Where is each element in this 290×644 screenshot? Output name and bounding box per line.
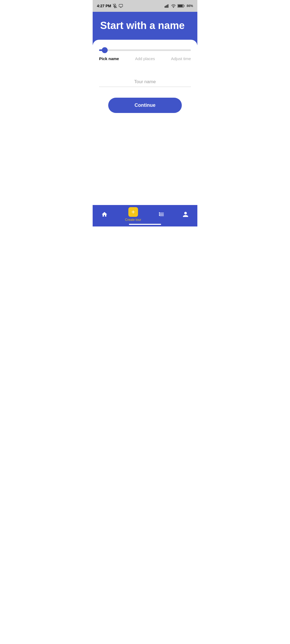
step-adjust-time: Adjust time bbox=[171, 56, 191, 61]
continue-button[interactable]: Continue bbox=[108, 98, 182, 113]
svg-point-10 bbox=[173, 7, 174, 8]
main-card: Pick name Add places Adjust time Continu… bbox=[93, 40, 197, 120]
svg-rect-7 bbox=[166, 6, 166, 8]
svg-rect-8 bbox=[166, 5, 167, 8]
page-title: Start with a name bbox=[100, 20, 190, 32]
signal-icon bbox=[165, 4, 169, 8]
plus-icon bbox=[130, 209, 136, 215]
svg-rect-6 bbox=[165, 6, 165, 8]
battery-text: 86% bbox=[187, 4, 193, 8]
create-tour-label: Create tour bbox=[125, 218, 141, 222]
svg-rect-14 bbox=[159, 212, 160, 213]
create-tour-icon bbox=[128, 207, 138, 217]
tour-name-input[interactable] bbox=[99, 77, 191, 87]
status-right: 86% bbox=[165, 4, 193, 8]
step-add-places: Add places bbox=[135, 56, 155, 61]
nav-create-tour[interactable]: Create tour bbox=[125, 207, 141, 222]
status-left: 4:27 PM bbox=[97, 4, 123, 8]
svg-rect-3 bbox=[119, 4, 122, 7]
home-icon bbox=[101, 211, 108, 218]
progress-thumb bbox=[102, 47, 108, 53]
svg-rect-9 bbox=[168, 4, 168, 8]
input-section bbox=[99, 77, 191, 87]
svg-rect-12 bbox=[184, 5, 184, 7]
wifi-icon bbox=[171, 4, 176, 8]
svg-rect-13 bbox=[178, 5, 183, 7]
progress-track bbox=[99, 49, 191, 51]
progress-container bbox=[99, 49, 191, 51]
step-pick-name: Pick name bbox=[99, 56, 119, 61]
bottom-nav: Create tour bbox=[93, 205, 197, 226]
nav-profile[interactable] bbox=[182, 211, 189, 218]
battery-icon bbox=[177, 4, 185, 8]
home-indicator bbox=[129, 224, 161, 225]
profile-icon bbox=[182, 211, 189, 218]
step-labels: Pick name Add places Adjust time bbox=[99, 56, 191, 61]
screen-icon bbox=[119, 4, 123, 8]
nav-home[interactable] bbox=[101, 211, 108, 218]
tours-icon bbox=[158, 211, 165, 218]
status-time: 4:27 PM bbox=[97, 4, 111, 8]
status-bar: 4:27 PM bbox=[93, 0, 197, 12]
svg-rect-15 bbox=[159, 214, 160, 214]
svg-rect-16 bbox=[159, 215, 160, 216]
nav-tours[interactable] bbox=[158, 211, 165, 218]
mute-icon bbox=[113, 4, 117, 8]
